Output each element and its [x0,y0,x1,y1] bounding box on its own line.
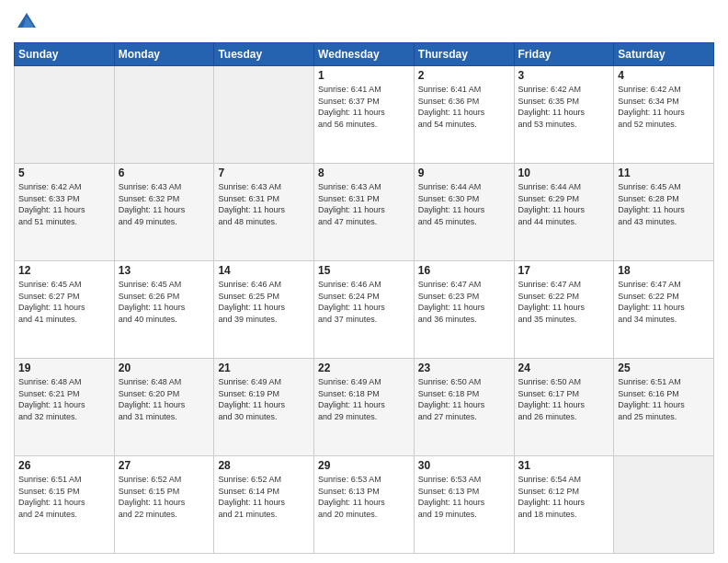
weekday-header-row: SundayMondayTuesdayWednesdayThursdayFrid… [15,43,714,66]
day-number: 30 [418,459,510,472]
calendar-week-2: 5Sunrise: 6:42 AM Sunset: 6:33 PM Daylig… [15,164,714,261]
day-info: Sunrise: 6:47 AM Sunset: 6:22 PM Dayligh… [618,279,710,325]
day-number: 27 [119,459,210,472]
calendar-cell: 23Sunrise: 6:50 AM Sunset: 6:18 PM Dayli… [414,359,514,456]
day-info: Sunrise: 6:41 AM Sunset: 6:37 PM Dayligh… [318,84,410,130]
day-number: 10 [518,167,610,179]
day-info: Sunrise: 6:49 AM Sunset: 6:19 PM Dayligh… [218,376,310,422]
day-info: Sunrise: 6:48 AM Sunset: 6:20 PM Dayligh… [119,376,210,422]
day-info: Sunrise: 6:43 AM Sunset: 6:32 PM Dayligh… [119,181,210,227]
calendar-cell: 26Sunrise: 6:51 AM Sunset: 6:15 PM Dayli… [15,456,115,554]
day-info: Sunrise: 6:53 AM Sunset: 6:13 PM Dayligh… [418,474,510,520]
day-info: Sunrise: 6:43 AM Sunset: 6:31 PM Dayligh… [318,181,410,227]
day-info: Sunrise: 6:53 AM Sunset: 6:13 PM Dayligh… [318,474,410,520]
calendar-cell: 6Sunrise: 6:43 AM Sunset: 6:32 PM Daylig… [114,164,214,261]
calendar-cell: 12Sunrise: 6:45 AM Sunset: 6:27 PM Dayli… [15,261,115,359]
calendar-cell: 22Sunrise: 6:49 AM Sunset: 6:18 PM Dayli… [314,359,415,456]
calendar-cell: 18Sunrise: 6:47 AM Sunset: 6:22 PM Dayli… [614,261,714,359]
calendar-cell: 21Sunrise: 6:49 AM Sunset: 6:19 PM Dayli… [214,359,314,456]
day-info: Sunrise: 6:52 AM Sunset: 6:15 PM Dayligh… [119,474,210,520]
day-info: Sunrise: 6:47 AM Sunset: 6:22 PM Dayligh… [518,279,610,325]
weekday-header-sunday: Sunday [15,43,115,66]
day-number: 17 [518,264,610,277]
day-number: 7 [218,167,310,179]
calendar-cell: 16Sunrise: 6:47 AM Sunset: 6:23 PM Dayli… [414,261,514,359]
calendar-cell: 11Sunrise: 6:45 AM Sunset: 6:28 PM Dayli… [614,164,714,261]
calendar-cell: 14Sunrise: 6:46 AM Sunset: 6:25 PM Dayli… [214,261,314,359]
calendar-cell: 30Sunrise: 6:53 AM Sunset: 6:13 PM Dayli… [414,456,514,554]
calendar-cell: 28Sunrise: 6:52 AM Sunset: 6:14 PM Dayli… [214,456,314,554]
day-number: 15 [318,264,410,277]
calendar-cell: 24Sunrise: 6:50 AM Sunset: 6:17 PM Dayli… [514,359,614,456]
day-number: 28 [218,459,310,472]
day-number: 2 [418,69,510,82]
calendar-cell: 20Sunrise: 6:48 AM Sunset: 6:20 PM Dayli… [114,359,214,456]
calendar-cell: 7Sunrise: 6:43 AM Sunset: 6:31 PM Daylig… [214,164,314,261]
calendar-cell: 5Sunrise: 6:42 AM Sunset: 6:33 PM Daylig… [15,164,115,261]
calendar-cell [214,66,314,164]
calendar-cell: 2Sunrise: 6:41 AM Sunset: 6:36 PM Daylig… [414,66,514,164]
day-info: Sunrise: 6:46 AM Sunset: 6:25 PM Dayligh… [218,279,310,325]
day-info: Sunrise: 6:54 AM Sunset: 6:12 PM Dayligh… [518,474,610,520]
weekday-header-tuesday: Tuesday [214,43,314,66]
calendar-cell: 9Sunrise: 6:44 AM Sunset: 6:30 PM Daylig… [414,164,514,261]
calendar-cell: 13Sunrise: 6:45 AM Sunset: 6:26 PM Dayli… [114,261,214,359]
day-number: 16 [418,264,510,277]
header [14,9,714,35]
day-info: Sunrise: 6:43 AM Sunset: 6:31 PM Dayligh… [218,181,310,227]
day-number: 22 [318,362,410,374]
day-number: 1 [318,69,410,82]
calendar-cell: 15Sunrise: 6:46 AM Sunset: 6:24 PM Dayli… [314,261,415,359]
calendar-cell: 25Sunrise: 6:51 AM Sunset: 6:16 PM Dayli… [614,359,714,456]
day-number: 4 [618,69,710,82]
calendar-cell: 3Sunrise: 6:42 AM Sunset: 6:35 PM Daylig… [514,66,614,164]
day-info: Sunrise: 6:42 AM Sunset: 6:33 PM Dayligh… [18,181,110,227]
day-info: Sunrise: 6:44 AM Sunset: 6:29 PM Dayligh… [518,181,610,227]
day-info: Sunrise: 6:42 AM Sunset: 6:35 PM Dayligh… [518,84,610,130]
calendar-cell: 1Sunrise: 6:41 AM Sunset: 6:37 PM Daylig… [314,66,415,164]
day-number: 12 [18,264,110,277]
weekday-header-monday: Monday [114,43,214,66]
day-info: Sunrise: 6:42 AM Sunset: 6:34 PM Dayligh… [618,84,710,130]
day-info: Sunrise: 6:51 AM Sunset: 6:16 PM Dayligh… [618,376,710,422]
day-info: Sunrise: 6:50 AM Sunset: 6:18 PM Dayligh… [418,376,510,422]
calendar-week-5: 26Sunrise: 6:51 AM Sunset: 6:15 PM Dayli… [15,456,714,554]
logo [14,9,43,35]
calendar-cell: 29Sunrise: 6:53 AM Sunset: 6:13 PM Dayli… [314,456,415,554]
calendar-table: SundayMondayTuesdayWednesdayThursdayFrid… [14,42,714,554]
weekday-header-thursday: Thursday [414,43,514,66]
day-info: Sunrise: 6:51 AM Sunset: 6:15 PM Dayligh… [18,474,110,520]
day-number: 6 [119,167,210,179]
calendar-cell: 19Sunrise: 6:48 AM Sunset: 6:21 PM Dayli… [15,359,115,456]
day-number: 11 [618,167,710,179]
day-info: Sunrise: 6:49 AM Sunset: 6:18 PM Dayligh… [318,376,410,422]
calendar-cell: 8Sunrise: 6:43 AM Sunset: 6:31 PM Daylig… [314,164,415,261]
day-number: 9 [418,167,510,179]
day-number: 21 [218,362,310,374]
calendar-cell: 27Sunrise: 6:52 AM Sunset: 6:15 PM Dayli… [114,456,214,554]
day-info: Sunrise: 6:48 AM Sunset: 6:21 PM Dayligh… [18,376,110,422]
day-number: 14 [218,264,310,277]
day-number: 26 [18,459,110,472]
calendar-week-3: 12Sunrise: 6:45 AM Sunset: 6:27 PM Dayli… [15,261,714,359]
calendar-cell: 31Sunrise: 6:54 AM Sunset: 6:12 PM Dayli… [514,456,614,554]
calendar-week-1: 1Sunrise: 6:41 AM Sunset: 6:37 PM Daylig… [15,66,714,164]
calendar-cell [15,66,115,164]
day-number: 8 [318,167,410,179]
calendar-cell [114,66,214,164]
day-info: Sunrise: 6:46 AM Sunset: 6:24 PM Dayligh… [318,279,410,325]
logo-icon [14,9,40,35]
day-number: 20 [119,362,210,374]
day-info: Sunrise: 6:45 AM Sunset: 6:27 PM Dayligh… [18,279,110,325]
day-info: Sunrise: 6:44 AM Sunset: 6:30 PM Dayligh… [418,181,510,227]
day-number: 29 [318,459,410,472]
day-number: 24 [518,362,610,374]
day-info: Sunrise: 6:47 AM Sunset: 6:23 PM Dayligh… [418,279,510,325]
day-info: Sunrise: 6:50 AM Sunset: 6:17 PM Dayligh… [518,376,610,422]
day-number: 23 [418,362,510,374]
day-number: 5 [18,167,110,179]
calendar-cell: 4Sunrise: 6:42 AM Sunset: 6:34 PM Daylig… [614,66,714,164]
day-number: 13 [119,264,210,277]
calendar-cell [614,456,714,554]
day-info: Sunrise: 6:41 AM Sunset: 6:36 PM Dayligh… [418,84,510,130]
